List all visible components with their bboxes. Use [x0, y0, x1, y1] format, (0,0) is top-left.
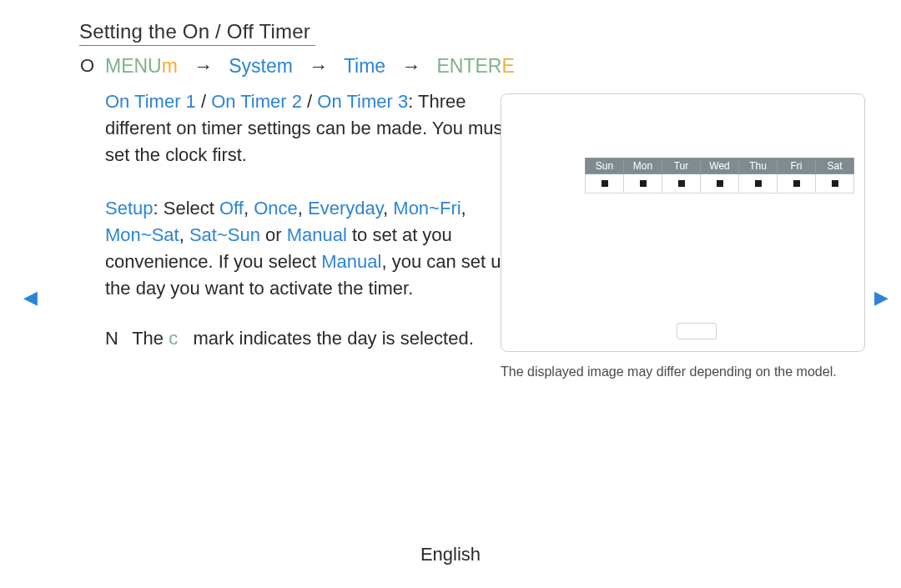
breadcrumb-bullet: O — [80, 55, 94, 77]
check-mark-icon — [793, 180, 800, 187]
opt-monfri: Mon~Fri — [393, 198, 461, 219]
day-header: Mon — [624, 158, 662, 174]
opt-everyday: Everyday — [308, 198, 383, 219]
illustration-panel: Sun Mon Tur Wed Thu Fri Sat — [501, 93, 865, 352]
footer-language: English — [0, 544, 901, 565]
sep: / — [302, 91, 317, 112]
day-header: Sat — [816, 158, 854, 174]
label-on-timer-1: On Timer 1 — [105, 91, 196, 112]
label-on-timer-2: On Timer 2 — [211, 91, 302, 112]
day-cell — [662, 174, 701, 193]
label-on-timer-3: On Timer 3 — [317, 91, 408, 112]
note-bullet: N — [105, 325, 127, 352]
check-mark-icon — [678, 180, 685, 187]
breadcrumb: MENUm → System → Time → ENTERE — [105, 52, 515, 80]
nav-next-icon[interactable]: ▶ — [874, 287, 888, 309]
check-mark-icon — [640, 180, 647, 187]
day-cell — [816, 174, 854, 193]
check-mark-icon — [602, 180, 608, 187]
opt-monsat: Mon~Sat — [105, 224, 179, 245]
illustration-caption: The displayed image may differ depending… — [501, 364, 868, 380]
breadcrumb-system: System — [229, 55, 293, 77]
colon: : — [408, 91, 418, 112]
day-cell — [739, 174, 778, 193]
text: , — [298, 198, 308, 219]
day-table: Sun Mon Tur Wed Thu Fri Sat — [585, 158, 854, 193]
day-header: Fri — [778, 158, 816, 174]
opt-manual-2: Manual — [321, 251, 381, 272]
check-mark-icon — [717, 180, 723, 187]
paragraph-timers: On Timer 1 / On Timer 2 / On Timer 3: Th… — [105, 88, 517, 168]
note-row: N The c mark indicates the day is select… — [105, 325, 517, 352]
text: or — [260, 224, 287, 245]
section-heading: Setting the On / Off Timer — [79, 20, 315, 46]
day-header: Sun — [586, 158, 624, 174]
check-mark-icon — [832, 180, 838, 187]
text: , — [244, 198, 254, 219]
check-glyph: c — [169, 328, 178, 349]
opt-satsun: Sat~Sun — [189, 224, 260, 245]
manual-page: Setting the On / Off Timer O MENUm → Sys… — [0, 0, 901, 588]
opt-off: Off — [219, 198, 244, 219]
note-post: mark indicates the day is selected. — [188, 328, 473, 349]
breadcrumb-menu-glyph: m — [162, 55, 178, 77]
body-text: On Timer 1 / On Timer 2 / On Timer 3: Th… — [105, 88, 517, 352]
text: , — [461, 198, 466, 219]
day-header: Wed — [701, 158, 739, 174]
note-text: The c mark indicates the day is selected… — [132, 325, 491, 352]
breadcrumb-enter: ENTER — [436, 55, 501, 77]
day-cell — [701, 174, 739, 193]
text: : Select — [154, 198, 219, 219]
sep: / — [196, 91, 211, 112]
paragraph-setup: Setup: Select Off, Once, Everyday, Mon~F… — [105, 195, 517, 302]
nav-prev-icon[interactable]: ◀ — [23, 287, 38, 309]
label-setup: Setup — [105, 198, 154, 219]
day-header: Tur — [662, 158, 701, 174]
opt-once: Once — [254, 198, 298, 219]
breadcrumb-menu: MENU — [105, 55, 162, 77]
note-pre: The — [132, 328, 169, 349]
day-mark-row — [586, 174, 854, 193]
opt-manual: Manual — [287, 224, 347, 245]
breadcrumb-arrow-2: → — [309, 55, 328, 77]
day-header-row: Sun Mon Tur Wed Thu Fri Sat — [586, 158, 854, 174]
day-cell — [624, 174, 662, 193]
day-cell — [778, 174, 816, 193]
day-header: Thu — [739, 158, 778, 174]
breadcrumb-time: Time — [344, 55, 385, 77]
breadcrumb-arrow-3: → — [401, 55, 420, 77]
panel-button-slot — [677, 323, 717, 339]
text: , — [383, 198, 393, 219]
check-mark-icon — [755, 180, 762, 187]
breadcrumb-arrow-1: → — [194, 55, 213, 77]
text: , — [179, 224, 189, 245]
breadcrumb-enter-glyph: E — [501, 55, 514, 77]
day-cell — [586, 174, 624, 193]
